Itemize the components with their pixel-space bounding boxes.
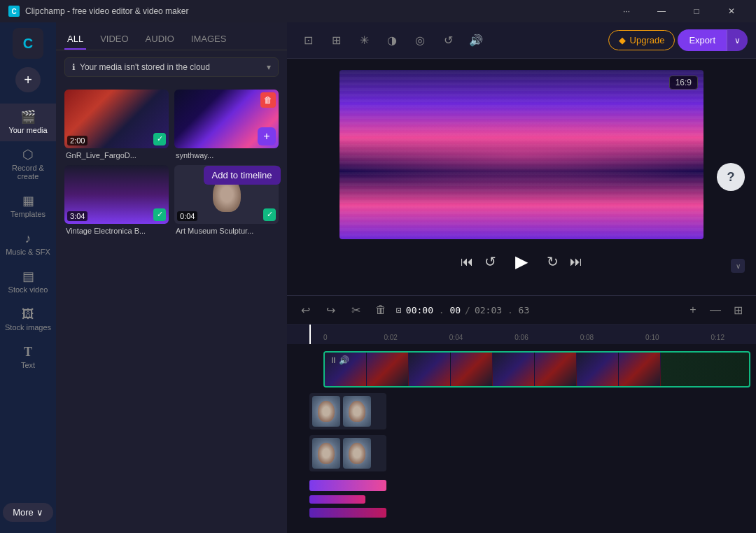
- track-row-sculpture-2: [287, 431, 756, 473]
- synth-bar-2[interactable]: [309, 495, 365, 504]
- gnr-duration: 2:00: [67, 136, 88, 145]
- sculpture-mini-2b: [343, 438, 371, 469]
- sculpture-check-icon: ✓: [263, 208, 276, 221]
- sidebar-item-stock-images[interactable]: 🖼 Stock images: [0, 301, 56, 339]
- sidebar-item-music-sfx[interactable]: ♪ Music & SFX: [0, 225, 56, 263]
- stock-images-icon: 🖼: [22, 308, 34, 320]
- close-button[interactable]: ✕: [715, 0, 748, 22]
- help-icon: ?: [727, 170, 735, 185]
- ruler-mark-0: 0: [293, 334, 358, 341]
- rewind-button[interactable]: ↺: [484, 253, 496, 270]
- redo-button[interactable]: ↪: [321, 300, 340, 320]
- zoom-fit-button[interactable]: ⊞: [728, 300, 748, 320]
- rotate-button[interactable]: ↺: [435, 28, 461, 53]
- minimize-button[interactable]: —: [645, 0, 678, 22]
- sculpture-face-1b: [349, 401, 365, 422]
- split-tone-button[interactable]: ◑: [379, 28, 405, 53]
- sculpture-mini-2a: [312, 438, 340, 469]
- tab-all[interactable]: ALL: [64, 29, 86, 50]
- delete-synthwave-button[interactable]: 🗑: [260, 92, 276, 108]
- upgrade-diamond-icon: ◆: [619, 35, 626, 45]
- sidebar-bottom: More ∨: [0, 503, 56, 527]
- export-dropdown-button[interactable]: ∨: [727, 30, 748, 51]
- sidebar-logo: C: [13, 28, 43, 59]
- preview-area: 16:9 ⏮ ↺ ▶ ↻ ⏭ ?: [287, 59, 756, 295]
- sidebar-item-text[interactable]: T Text: [0, 339, 56, 376]
- gnr-name: GnR_Live_FargoD...: [64, 151, 169, 159]
- delete-clip-button[interactable]: 🗑: [371, 300, 391, 320]
- pause-icon: ⏸: [329, 355, 337, 365]
- track-content-sculpture-1: [309, 390, 756, 429]
- track-content-video: ⏸ 🔊: [309, 348, 756, 388]
- track-row-video: ⏸ 🔊: [287, 347, 756, 389]
- synth-bar-3[interactable]: [309, 508, 386, 518]
- synth-bar-1[interactable]: [309, 480, 386, 491]
- frame-2: [367, 353, 409, 386]
- sidebar-item-stock-video[interactable]: ▤ Stock video: [0, 263, 56, 301]
- track-content-synth: [309, 474, 756, 527]
- more-options-button[interactable]: ···: [610, 0, 643, 22]
- sidebar-item-record-create[interactable]: ⬡ Record & create: [0, 141, 56, 187]
- upgrade-button[interactable]: ◆ Upgrade: [608, 30, 676, 50]
- add-track-button[interactable]: +: [683, 300, 703, 320]
- media-item-synthwave[interactable]: 🗑 + synthway... Add to timeline: [174, 90, 279, 159]
- preview-video: 16:9: [340, 70, 704, 239]
- export-button[interactable]: Export: [678, 29, 727, 51]
- sculpture-clip-1[interactable]: [309, 393, 386, 429]
- sculpture-face-2a: [318, 443, 335, 464]
- media-item-gnr[interactable]: 2:00 ✓ GnR_Live_FargoD...: [64, 90, 169, 159]
- text-icon: T: [24, 346, 32, 358]
- add-content-button[interactable]: +: [15, 67, 41, 92]
- tab-images[interactable]: IMAGES: [188, 29, 230, 50]
- transform-button[interactable]: ⊞: [323, 28, 349, 53]
- color-correct-button[interactable]: ✳: [351, 28, 377, 53]
- help-button[interactable]: ?: [717, 163, 745, 191]
- titlebar-controls: ··· — □ ✕: [610, 0, 748, 22]
- add-to-timeline-button[interactable]: +: [258, 127, 276, 145]
- tab-audio[interactable]: AUDIO: [143, 29, 177, 50]
- video-frames: [325, 353, 749, 386]
- app-title: Clipchamp - free video editor & video ma…: [25, 6, 188, 16]
- more-button[interactable]: More ∨: [3, 503, 53, 522]
- volume-button[interactable]: 🔊: [463, 28, 489, 53]
- media-item-vintage[interactable]: 3:04 ✓ Vintage Electronica B...: [64, 165, 169, 235]
- undo-button[interactable]: ↩: [295, 300, 315, 320]
- cloud-info-bar[interactable]: ℹ Your media isn't stored in the cloud ▾: [64, 57, 279, 77]
- maximize-button[interactable]: □: [680, 0, 713, 22]
- timeline-collapse-button[interactable]: ∨: [731, 259, 745, 273]
- video-clip[interactable]: ⏸ 🔊: [323, 351, 750, 388]
- skip-to-start-button[interactable]: ⏮: [461, 255, 473, 269]
- more-chevron-icon: ∨: [36, 507, 43, 518]
- sidebar-label-your-media: Your media: [8, 126, 47, 134]
- sidebar-label-music-sfx: Music & SFX: [6, 248, 50, 256]
- color-wheel-button[interactable]: ◎: [407, 28, 433, 53]
- record-create-icon: ⬡: [22, 148, 34, 161]
- ruler-mark-2: 0:04: [424, 334, 489, 341]
- cloud-info-icon: ℹ: [72, 62, 76, 72]
- scissors-button[interactable]: ✂: [346, 300, 365, 320]
- editor-toolbar: ⊡ ⊞ ✳ ◑ ◎ ↺ 🔊 ◆ Upgrade Export ∨: [287, 22, 756, 59]
- audio-wave-icon: 🔊: [339, 355, 349, 365]
- ruler-mark-3: 0:06: [489, 334, 554, 341]
- media-thumb-vintage: 3:04 ✓: [64, 165, 169, 224]
- titlebar: C Clipchamp - free video editor & video …: [0, 0, 756, 22]
- sculpture-mini-1b: [343, 396, 371, 427]
- sidebar-item-your-media[interactable]: 🎬 Your media: [0, 104, 56, 141]
- frame-6: [535, 353, 577, 386]
- tab-video[interactable]: VIDEO: [97, 29, 131, 50]
- skip-to-end-button[interactable]: ⏭: [570, 255, 582, 269]
- media-grid: 2:00 ✓ GnR_Live_FargoD... 🗑 + synthway..…: [56, 84, 287, 241]
- sculpture-clip-2[interactable]: [309, 435, 386, 471]
- sidebar-item-templates[interactable]: ▦ Templates: [0, 187, 56, 225]
- sculpture-duration: 0:04: [177, 211, 197, 221]
- track-content-sculpture-2: [309, 432, 756, 471]
- forward-button[interactable]: ↻: [547, 253, 559, 270]
- templates-icon: ▦: [22, 194, 34, 207]
- sculpture-face-1a: [318, 401, 335, 422]
- editor-area: ⊡ ⊞ ✳ ◑ ◎ ↺ 🔊 ◆ Upgrade Export ∨: [287, 22, 756, 533]
- current-frame-dot: .: [439, 305, 444, 315]
- cloud-chevron-icon: ▾: [267, 62, 271, 72]
- crop-button[interactable]: ⊡: [295, 28, 321, 53]
- play-pause-button[interactable]: ▶: [507, 248, 536, 276]
- zoom-out-button[interactable]: —: [706, 300, 725, 320]
